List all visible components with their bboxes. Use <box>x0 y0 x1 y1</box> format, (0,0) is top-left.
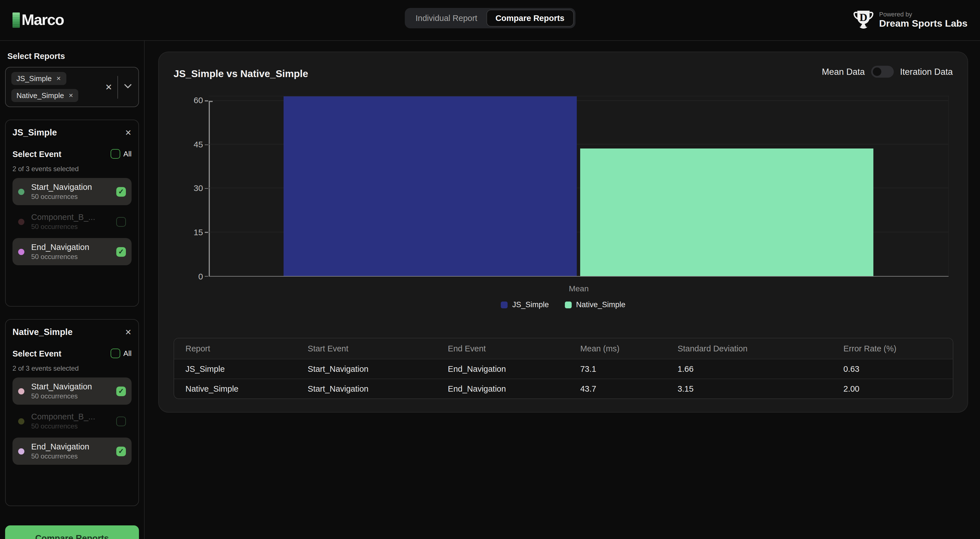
select-event-label: Select Event <box>13 149 62 159</box>
cell-error-rate: 0.63 <box>832 359 953 379</box>
event-item[interactable]: Start_Navigation 50 occurrences ✓ <box>13 178 132 205</box>
stats-table: Report Start Event End Event Mean (ms) S… <box>173 338 953 399</box>
powered-by-label: Powered by <box>879 11 967 18</box>
logo-text: Marco <box>22 11 64 29</box>
report-panel-native-simple: Native_Simple ✕ Select Event All 2 of 3 … <box>5 319 139 506</box>
cell-report: JS_Simple <box>174 359 296 379</box>
legend-label: Native_Simple <box>576 300 625 309</box>
x-axis-label: Mean <box>209 284 949 293</box>
table-header-row: Report Start Event End Event Mean (ms) S… <box>174 338 953 359</box>
trophy-icon: D <box>853 8 874 32</box>
chip-label: JS_Simple <box>16 74 52 83</box>
report-panel-js-simple: JS_Simple ✕ Select Event All 2 of 3 even… <box>5 120 139 307</box>
table-row: JS_Simple Start_Navigation End_Navigatio… <box>174 359 953 379</box>
legend-swatch <box>565 301 571 308</box>
tab-individual-report[interactable]: Individual Report <box>407 10 487 27</box>
compare-reports-button[interactable]: Compare Reports <box>5 525 139 539</box>
app-root: Marco Individual Report Compare Reports … <box>0 0 980 539</box>
y-tick-label: 0 <box>198 271 203 282</box>
event-checkbox[interactable]: ✓ <box>116 446 126 456</box>
event-checkbox[interactable]: ✓ <box>116 187 126 197</box>
cell-std-dev: 1.66 <box>666 359 832 379</box>
event-color-dot <box>18 249 24 255</box>
selected-report-chip: Native_Simple ✕ <box>11 89 78 102</box>
legend-item: JS_Simple <box>501 300 549 309</box>
cell-start-event: Start_Navigation <box>296 379 436 398</box>
panel-title: Native_Simple <box>13 327 73 337</box>
brand-area: D Powered by Dream Sports Labs <box>853 8 967 32</box>
chart-legend: JS_SimpleNative_Simple <box>159 300 967 309</box>
y-tick-label: 15 <box>194 227 203 238</box>
event-occurrences: 50 occurrences <box>31 392 92 400</box>
event-item[interactable]: End_Navigation 50 occurrences ✓ <box>13 438 132 465</box>
table-row: Native_Simple Start_Navigation End_Navig… <box>174 379 953 398</box>
tab-compare-reports[interactable]: Compare Reports <box>486 10 573 27</box>
event-name: Start_Navigation <box>31 382 92 391</box>
col-std-dev: Standard Deviation <box>666 338 832 359</box>
bar-Native_Simple <box>580 149 873 276</box>
bar-JS_Simple <box>283 96 577 276</box>
y-axis-line <box>209 101 210 276</box>
sidebar-title: Select Reports <box>7 52 144 61</box>
chip-remove-icon[interactable]: ✕ <box>68 92 73 98</box>
close-icon[interactable]: ✕ <box>125 128 132 137</box>
cell-mean: 73.1 <box>569 359 666 379</box>
cell-report: Native_Simple <box>174 379 296 398</box>
event-name: Component_B_... <box>31 212 95 222</box>
panel-title: JS_Simple <box>13 127 57 138</box>
cell-end-event: End_Navigation <box>436 379 569 398</box>
event-item[interactable]: Component_B_... 50 occurrences <box>13 208 132 235</box>
select-all-checkbox[interactable] <box>110 349 120 358</box>
events-selected-summary: 2 of 3 events selected <box>13 165 132 173</box>
y-axis-cap <box>209 101 213 102</box>
event-checkbox[interactable]: ✓ <box>116 247 126 257</box>
event-color-dot <box>18 418 24 424</box>
event-occurrences: 50 occurrences <box>31 223 95 231</box>
data-mode-toggle[interactable] <box>871 66 894 78</box>
comparison-card: JS_Simple vs Native_Simple Mean Data Ite… <box>158 52 968 412</box>
report-multiselect[interactable]: JS_Simple ✕ Native_Simple ✕ ✕ <box>5 67 139 107</box>
cell-error-rate: 2.00 <box>832 379 953 398</box>
chevron-down-icon[interactable] <box>123 81 133 93</box>
bar-chart-plot <box>209 96 949 277</box>
legend-label: JS_Simple <box>512 300 549 309</box>
event-checkbox[interactable]: ✓ <box>116 386 126 396</box>
main-area: JS_Simple vs Native_Simple Mean Data Ite… <box>145 41 980 539</box>
app-logo: Marco <box>13 11 64 29</box>
iteration-data-label: Iteration Data <box>900 67 953 77</box>
select-all-checkbox[interactable] <box>110 149 120 159</box>
event-item[interactable]: End_Navigation 50 occurrences ✓ <box>13 238 132 265</box>
event-item[interactable]: Component_B_... 50 occurrences <box>13 407 132 435</box>
event-color-dot <box>18 388 24 394</box>
mean-data-label: Mean Data <box>822 67 865 77</box>
event-checkbox[interactable] <box>116 416 126 426</box>
col-report: Report <box>174 338 296 359</box>
event-item[interactable]: Start_Navigation 50 occurrences ✓ <box>13 377 132 405</box>
cell-end-event: End_Navigation <box>436 359 569 379</box>
y-tick-label: 60 <box>194 95 203 105</box>
event-color-dot <box>18 448 24 454</box>
data-mode-toggle-row: Mean Data Iteration Data <box>822 66 953 78</box>
col-end-event: End Event <box>436 338 569 359</box>
all-label: All <box>123 349 132 358</box>
event-occurrences: 50 occurrences <box>31 422 95 430</box>
selected-report-chip: JS_Simple ✕ <box>11 72 66 85</box>
event-checkbox[interactable] <box>116 217 126 227</box>
y-tick-label: 45 <box>194 139 203 149</box>
sidebar: Select Reports JS_Simple ✕ Native_Simple… <box>0 41 145 539</box>
toggle-knob <box>873 67 881 76</box>
chip-remove-icon[interactable]: ✕ <box>56 75 61 82</box>
events-selected-summary: 2 of 3 events selected <box>13 365 132 373</box>
legend-swatch <box>501 301 508 308</box>
event-name: Start_Navigation <box>31 182 92 192</box>
clear-all-icon[interactable]: ✕ <box>105 82 112 92</box>
y-tick-label: 30 <box>194 183 203 193</box>
divider <box>118 76 118 98</box>
close-icon[interactable]: ✕ <box>125 328 132 337</box>
event-color-dot <box>18 189 24 195</box>
event-name: End_Navigation <box>31 243 89 252</box>
cell-start-event: Start_Navigation <box>296 359 436 379</box>
y-axis-labels: 015304560 <box>159 96 203 277</box>
col-error-rate: Error Rate (%) <box>832 338 953 359</box>
col-mean: Mean (ms) <box>569 338 666 359</box>
